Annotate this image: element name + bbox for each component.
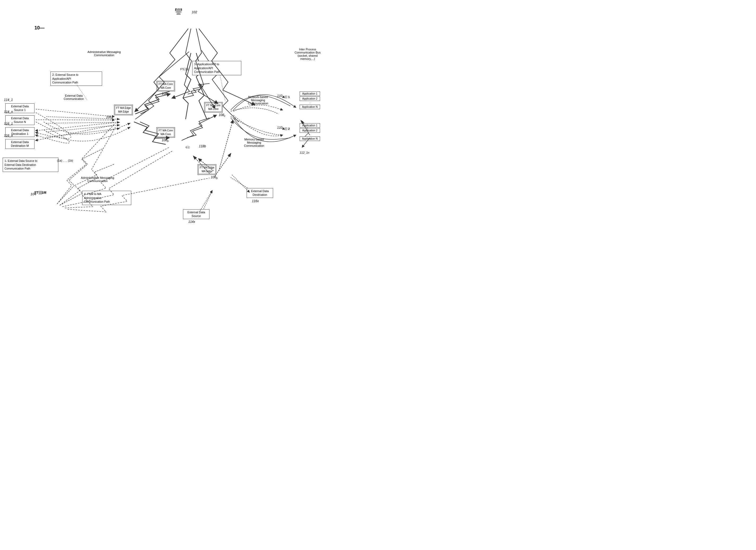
ce-node: CE 118b (186, 146, 190, 149)
api1-ref: 110a (277, 94, 284, 98)
svg-rect-47 (285, 128, 287, 129)
pm-ref: 102 (191, 10, 198, 14)
app-stack-b: Application 1 Application 2 · Applicatio… (300, 123, 320, 141)
svg-point-51 (286, 128, 287, 129)
figure-number: 10— (34, 25, 45, 31)
svg-rect-21 (39, 194, 42, 194)
svg-point-43 (286, 97, 287, 98)
svg-point-44 (286, 98, 287, 98)
ma-edge-b-ref: 106b (211, 175, 218, 180)
callout-3: 3- Application/API toApplication/APIComm… (192, 61, 241, 75)
ftpm-node: FT P&M 104 (34, 191, 46, 195)
svg-point-30 (183, 69, 186, 70)
ftce-node: FT CE 118a (180, 68, 189, 71)
callout-4: 4- P&M to MAAdministrativeCommunication … (82, 191, 131, 205)
ma-core-c-ref: 108c (219, 113, 225, 117)
ma-edge-b: FT MA EdgeMA Edge 106b (198, 164, 216, 175)
admin-msg-top: Administrative MessagingCommunication (88, 50, 121, 57)
svg-rect-48 (285, 129, 287, 130)
api1-server: API 1 110a (282, 95, 290, 99)
svg-line-3 (46, 129, 119, 137)
svg-rect-39 (285, 97, 287, 98)
ma-core-a: FT MA CoreMA Core 108a (156, 81, 175, 91)
svg-rect-19 (39, 191, 42, 193)
pm-node: P&M 102 (175, 8, 182, 15)
ipc-bus-label: 112_1n (300, 151, 309, 154)
ref-1a: (1a) . . . (1b) (57, 159, 73, 162)
ma-core-b: FT MA CoreMA Core 108b (156, 127, 175, 138)
svg-point-53 (286, 130, 287, 130)
ext-dest-n-ref: 116_n (4, 134, 13, 138)
ma-core-b-ref: 108b (162, 138, 169, 143)
ext-data-comm: External DataCommunication (64, 94, 84, 100)
ipc-callout: Inter ProcessCommunication Bus(socket, s… (286, 48, 329, 60)
ext-source-x-ref: 114x (188, 220, 195, 224)
callout-1: 1- External Data Source toExternal Data … (3, 158, 58, 172)
svg-line-1 (46, 122, 119, 123)
network-msg: Network-basedMessagingCommunication (248, 95, 268, 105)
svg-point-42 (286, 96, 287, 97)
svg-rect-37 (285, 96, 287, 96)
ext-source-1-ref: 114_1 (4, 98, 13, 102)
svg-point-50 (286, 128, 287, 128)
ce-ref: 118b (199, 144, 206, 148)
ma-core-a-ref: 108a (162, 92, 169, 96)
memory-msg: Memory-basedMessagingCommunication (244, 138, 264, 147)
svg-rect-46 (285, 128, 287, 128)
ext-dest-1-ref: 116_1 (4, 122, 13, 126)
svg-rect-49 (285, 130, 287, 130)
svg-rect-12 (178, 13, 180, 14)
svg-line-5 (215, 154, 231, 176)
svg-line-6 (203, 191, 212, 211)
ftpm-ref: 104 (30, 192, 36, 196)
api2-ref: 110b (277, 126, 284, 130)
svg-rect-11 (177, 10, 181, 12)
svg-rect-20 (40, 193, 41, 194)
ma-core-c: FT MA CoreMA Core 108c (204, 102, 223, 113)
callout-2: 2- External Source toApplication/APIComm… (50, 72, 102, 86)
svg-rect-38 (285, 96, 287, 97)
ext-source-n-ref: 114_n (4, 110, 13, 114)
svg-point-35 (186, 148, 189, 148)
ma-edge-a-ref: 106a (106, 115, 113, 120)
svg-rect-13 (177, 14, 180, 14)
app-stack-a: Application 1 Application 2 · Applicatio… (300, 91, 320, 109)
svg-point-41 (286, 96, 287, 96)
svg-rect-40 (285, 98, 287, 98)
svg-point-52 (286, 129, 287, 129)
admin-msg-bottom: Administrative MessagingCommunication (81, 176, 114, 183)
ma-edge-a: FT MA EdgeMA Edge 106a (114, 105, 133, 115)
api2-server: API 2 110b (282, 127, 290, 130)
ext-dest-x-ref: 116x (252, 199, 259, 203)
